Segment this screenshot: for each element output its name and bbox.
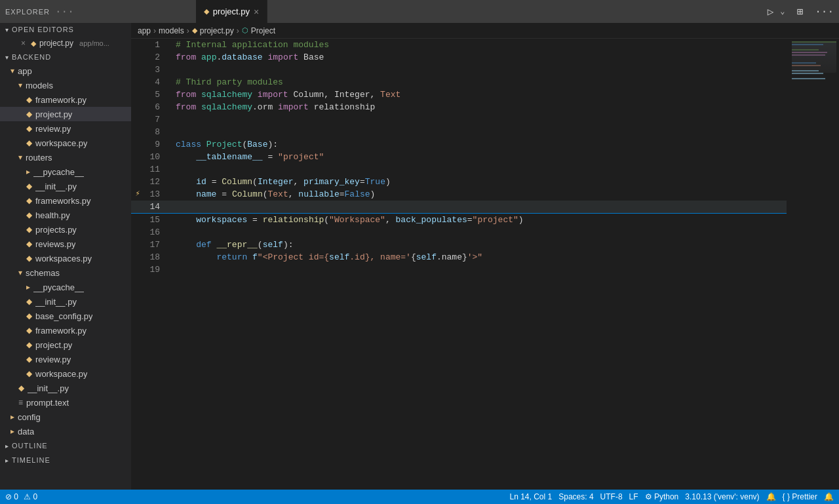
py-file-icon: ◆: [26, 124, 32, 133]
open-editor-filename: project.py: [39, 39, 73, 48]
line-number-8: 8: [144, 126, 170, 138]
line-number-2: 2: [144, 51, 170, 64]
run-chevron-button[interactable]: ⌄: [780, 7, 785, 16]
outline-header[interactable]: ▸ OUTLINE: [0, 438, 131, 453]
gutter-16: [131, 226, 144, 239]
line-content-2: from app.database import Base: [170, 51, 787, 64]
sidebar-item-framework-label: framework.py: [35, 95, 87, 105]
sidebar-item-routers[interactable]: ▾ routers: [0, 150, 131, 165]
gutter-19: [131, 263, 144, 276]
gutter-12: [131, 176, 144, 188]
title-more-icon[interactable]: ···: [55, 6, 74, 18]
sidebar-item-base-config-py[interactable]: ◆ base_config.py: [0, 309, 131, 323]
line-content-10: __tablename__ = "project": [170, 151, 787, 163]
py-file-icon: ◆: [26, 138, 32, 147]
editor-panel: app › models › ◆ project.py › ⬡ Project …: [131, 23, 839, 490]
sidebar-item-reviews-py[interactable]: ◆ reviews.py: [0, 237, 131, 251]
sidebar-item-workspace-py[interactable]: ◆ workspace.py: [0, 136, 131, 150]
main-layout: ▾ OPEN EDITORS × ◆ project.py app/mo... …: [0, 23, 839, 490]
sidebar-item-config[interactable]: ▸ config: [0, 410, 131, 424]
sidebar-item-init2-label: __init__.py: [35, 297, 77, 307]
gutter-11: [131, 163, 144, 176]
sidebar-item-data[interactable]: ▸ data: [0, 424, 131, 438]
sidebar-item-init3-py[interactable]: ◆ __init__.py: [0, 381, 131, 395]
code-line-7: 7: [131, 113, 787, 126]
sidebar-item-review-label: review.py: [35, 124, 71, 134]
status-prettier[interactable]: { } Prettier: [783, 492, 817, 501]
run-button[interactable]: ▷: [768, 5, 774, 18]
sidebar-item-init-py[interactable]: ◆ __init__.py: [0, 179, 131, 193]
sidebar-item-review-py[interactable]: ◆ review.py: [0, 121, 131, 136]
status-notifications[interactable]: 🔔: [824, 492, 834, 501]
open-editor-close[interactable]: ×: [21, 39, 26, 48]
warning-icon: ⚡: [135, 188, 140, 201]
code-editor[interactable]: 1 # Internal application modules 2 from …: [131, 39, 787, 490]
status-position[interactable]: Ln 14, Col 1: [509, 492, 552, 501]
sidebar-item-workspaces-py[interactable]: ◆ workspaces.py: [0, 251, 131, 265]
timeline-header[interactable]: ▸ TIMELINE: [0, 453, 131, 467]
sidebar-item-models[interactable]: ▾ models: [0, 78, 131, 92]
error-icon: ⊘: [5, 492, 12, 501]
gutter-6: [131, 101, 144, 113]
sidebar-item-init2-py[interactable]: ◆ __init__.py: [0, 294, 131, 309]
status-errors[interactable]: ⊘ 0: [5, 492, 18, 501]
status-spaces[interactable]: Spaces: 4: [558, 492, 593, 501]
breadcrumb-file-icon: ◆: [192, 26, 197, 35]
code-line-1: 1 # Internal application modules: [131, 39, 787, 51]
sidebar-item-project-label: project.py: [35, 109, 72, 119]
layout-button[interactable]: ⊞: [797, 5, 804, 18]
sidebar-item-workspace2-py[interactable]: ◆ workspace.py: [0, 366, 131, 381]
line-number-5: 5: [144, 88, 170, 101]
breadcrumb-class[interactable]: ⬡ Project: [242, 26, 275, 35]
status-bar: ⊘ 0 ⚠ 0 Ln 14, Col 1 Spaces: 4 UTF-8 LF …: [0, 490, 839, 504]
gutter-17: [131, 239, 144, 251]
breadcrumb-app[interactable]: app: [138, 26, 151, 35]
status-python[interactable]: ⚙ Python: [645, 492, 679, 501]
breadcrumb-sep2: ›: [187, 26, 189, 35]
open-editor-item[interactable]: × ◆ project.py app/mo...: [0, 36, 131, 50]
sidebar-item-schemas[interactable]: ▾ schemas: [0, 265, 131, 280]
error-count: 0: [14, 492, 18, 501]
sidebar-item-prompt-text[interactable]: ≡ prompt.text: [0, 395, 131, 410]
sidebar-item-review2-py[interactable]: ◆ review.py: [0, 352, 131, 366]
more-button[interactable]: ···: [815, 6, 834, 18]
sidebar-item-frameworks-py[interactable]: ◆ frameworks.py: [0, 193, 131, 208]
editor-tab[interactable]: ◆ project.py ×: [196, 0, 268, 23]
line-content-19: [170, 263, 787, 276]
status-bell[interactable]: 🔔: [766, 492, 776, 501]
backend-header[interactable]: ▾ BACKEND: [0, 50, 131, 64]
sidebar-item-projects-py[interactable]: ◆ projects.py: [0, 222, 131, 237]
line-number-6: 6: [144, 101, 170, 113]
sidebar-item-models-label: models: [26, 81, 53, 90]
line-content-13: name = Column(Text, nullable=False): [170, 188, 787, 201]
sidebar-item-framework2-py[interactable]: ◆ framework.py: [0, 323, 131, 338]
status-python-version[interactable]: 3.10.13 ('venv': venv): [685, 492, 759, 501]
sidebar-item-health-py[interactable]: ◆ health.py: [0, 208, 131, 222]
line-number-17: 17: [144, 239, 170, 251]
sidebar-item-project-py[interactable]: ◆ project.py: [0, 107, 131, 121]
status-encoding[interactable]: UTF-8: [600, 492, 623, 501]
py-file-icon: ◆: [26, 254, 32, 263]
status-warnings[interactable]: ⚠ 0: [24, 492, 37, 501]
sidebar-item-reviews-label: reviews.py: [35, 239, 75, 249]
sidebar-item-app[interactable]: ▾ app: [0, 64, 131, 78]
sidebar-item-project2-py[interactable]: ◆ project.py: [0, 338, 131, 352]
py-file-icon: ◆: [26, 182, 32, 191]
status-eol[interactable]: LF: [629, 492, 638, 501]
sidebar-item-pycache[interactable]: ▸ __pycache__: [0, 165, 131, 179]
tab-close-button[interactable]: ×: [254, 7, 259, 17]
open-editor-path: app/mo...: [79, 39, 109, 47]
gutter-14: [131, 201, 144, 213]
sidebar-item-project2-label: project.py: [35, 340, 72, 350]
line-number-9: 9: [144, 138, 170, 151]
sidebar-item-pycache2[interactable]: ▸ __pycache__: [0, 280, 131, 294]
open-editors-header[interactable]: ▾ OPEN EDITORS: [0, 23, 131, 36]
sidebar-item-framework-py[interactable]: ◆ framework.py: [0, 92, 131, 107]
breadcrumb-file[interactable]: ◆ project.py: [192, 26, 234, 35]
code-line-10: 10 __tablename__ = "project": [131, 151, 787, 163]
title-right: ▷ ⌄ ⊞ ···: [768, 5, 834, 18]
py-file-icon: ◆: [26, 109, 32, 119]
sidebar-item-workspace2-label: workspace.py: [35, 369, 87, 379]
line-number-11: 11: [144, 163, 170, 176]
breadcrumb-models[interactable]: models: [159, 26, 184, 35]
